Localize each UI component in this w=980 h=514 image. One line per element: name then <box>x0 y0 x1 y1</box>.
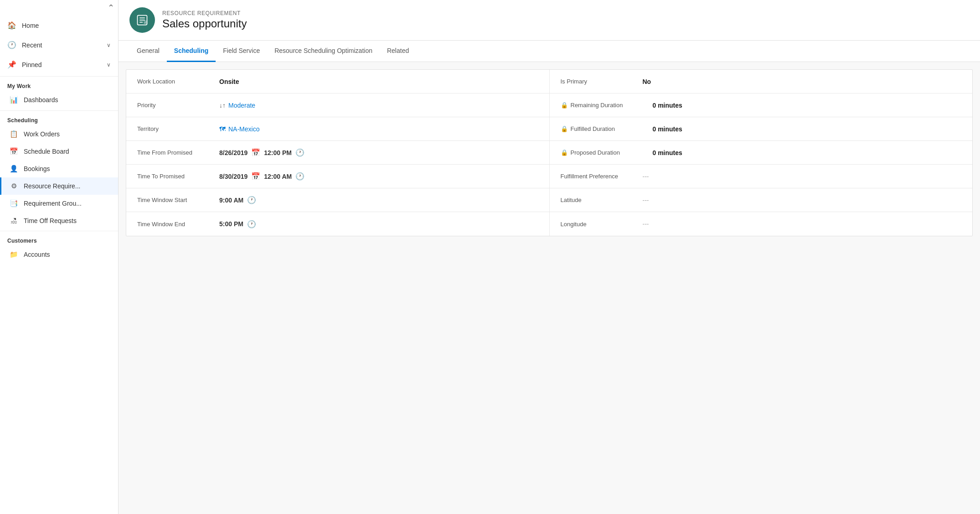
work-location-value: Onsite <box>219 78 239 85</box>
tab-resource-scheduling-optimization[interactable]: Resource Scheduling Optimization <box>267 41 380 62</box>
fulfillment-preference-label: Fulfillment Preference <box>561 173 643 180</box>
schedule-board-icon: 📅 <box>9 147 18 156</box>
time-window-end-time-group: 5:00 PM 🕐 <box>219 220 256 228</box>
recent-icon: 🕐 <box>7 41 16 49</box>
sidebar-item-work-orders-label: Work Orders <box>24 130 60 138</box>
customers-section-header: Customers <box>0 233 118 246</box>
territory-label: Territory <box>137 125 219 132</box>
pin-icon: 📌 <box>7 60 16 69</box>
tabs-bar: General Scheduling Field Service Resourc… <box>119 41 980 62</box>
calendar-icon[interactable]: 📅 <box>251 172 260 181</box>
sidebar-item-time-off-requests-label: Time Off Requests <box>24 217 77 224</box>
time-to-promised-label: Time To Promised <box>137 173 219 180</box>
header-subtitle: RESOURCE REQUIREMENT <box>162 10 247 16</box>
chevron-down-icon: ∨ <box>107 42 111 48</box>
time-window-end-time: 5:00 PM <box>219 220 243 228</box>
tab-scheduling[interactable]: Scheduling <box>167 41 216 62</box>
resource-requirements-icon: ⚙ <box>9 182 18 190</box>
territory-field: Territory 🗺 NA-Mexico <box>126 117 550 140</box>
time-to-promised-date: 8/30/2019 <box>219 173 248 180</box>
resource-requirement-icon-svg: ✓ <box>136 14 149 26</box>
is-primary-field: Is Primary No <box>550 70 973 93</box>
is-primary-label: Is Primary <box>561 78 643 85</box>
proposed-duration-label: Proposed Duration <box>571 149 653 156</box>
sidebar-item-time-off-requests[interactable]: 🏖 Time Off Requests <box>0 212 118 229</box>
sidebar-nav-pinned[interactable]: 📌 Pinned ∨ <box>0 55 118 74</box>
time-to-promised-time: 12:00 AM <box>264 173 292 180</box>
calendar-icon[interactable]: 📅 <box>251 148 260 157</box>
remaining-duration-label: Remaining Duration <box>571 102 653 109</box>
time-from-promised-field: Time From Promised 8/26/2019 📅 12:00 PM … <box>126 141 550 164</box>
latitude-label: Latitude <box>561 197 643 203</box>
sidebar-item-schedule-board-label: Schedule Board <box>24 148 69 155</box>
is-primary-value: No <box>643 78 651 85</box>
time-from-promised-time: 12:00 PM <box>264 149 292 156</box>
sidebar-item-schedule-board[interactable]: 📅 Schedule Board <box>0 143 118 160</box>
territory-value[interactable]: NA-Mexico <box>228 125 259 133</box>
time-window-start-field: Time Window Start 9:00 AM 🕐 <box>126 188 550 212</box>
table-row: Territory 🗺 NA-Mexico 🔒 Fulfilled Durati… <box>126 117 972 141</box>
form-content: Work Location Onsite Is Primary No Prior… <box>119 62 980 514</box>
requirement-groups-icon: 📑 <box>9 199 18 208</box>
form-section: Work Location Onsite Is Primary No Prior… <box>126 69 973 236</box>
sidebar-item-dashboards[interactable]: 📊 Dashboards <box>0 91 118 109</box>
remaining-duration-value: 0 minutes <box>653 102 682 109</box>
page-header: ✓ RESOURCE REQUIREMENT Sales opportunity <box>119 0 980 41</box>
map-icon: 🗺 <box>219 125 226 133</box>
sidebar-item-requirement-groups[interactable]: 📑 Requirement Grou... <box>0 195 118 212</box>
fulfillment-preference-value: --- <box>643 173 649 180</box>
sidebar-item-accounts-label: Accounts <box>24 251 50 258</box>
sidebar-nav-recent[interactable]: 🕐 Recent ∨ <box>0 35 118 55</box>
sidebar-item-bookings[interactable]: 👤 Bookings <box>0 160 118 177</box>
header-text: RESOURCE REQUIREMENT Sales opportunity <box>162 10 247 30</box>
sort-icon: ↓↑ <box>219 102 226 109</box>
longitude-label: Longitude <box>561 221 643 228</box>
accounts-icon: 📁 <box>9 250 18 259</box>
main-content: ✓ RESOURCE REQUIREMENT Sales opportunity… <box>119 0 980 514</box>
chevron-down-icon: ∨ <box>107 62 111 68</box>
priority-label: Priority <box>137 102 219 109</box>
tab-field-service[interactable]: Field Service <box>216 41 267 62</box>
tab-general[interactable]: General <box>129 41 167 62</box>
record-icon: ✓ <box>129 7 155 33</box>
time-window-start-label: Time Window Start <box>137 197 219 203</box>
sidebar-item-dashboards-label: Dashboards <box>24 96 58 104</box>
tab-related[interactable]: Related <box>380 41 416 62</box>
time-from-promised-datetime: 8/26/2019 📅 12:00 PM 🕐 <box>219 148 304 157</box>
sidebar-item-accounts[interactable]: 📁 Accounts <box>0 246 118 263</box>
page-title: Sales opportunity <box>162 17 247 30</box>
clock-icon[interactable]: 🕐 <box>295 172 304 181</box>
sidebar-item-bookings-label: Bookings <box>24 165 50 172</box>
time-window-end-field: Time Window End 5:00 PM 🕐 <box>126 212 550 236</box>
lock-icon: 🔒 <box>561 125 568 132</box>
my-work-section-header: My Work <box>0 78 118 91</box>
fulfilled-duration-label: Fulfilled Duration <box>571 125 653 132</box>
clock-icon[interactable]: 🕐 <box>247 220 256 228</box>
work-location-field: Work Location Onsite <box>126 70 550 93</box>
table-row: Time Window Start 9:00 AM 🕐 Latitude --- <box>126 188 972 212</box>
longitude-value: --- <box>643 220 649 228</box>
bookings-icon: 👤 <box>9 165 18 173</box>
sidebar-nav-pinned-label: Pinned <box>22 61 42 68</box>
scheduling-section-header: Scheduling <box>0 113 118 125</box>
time-from-promised-label: Time From Promised <box>137 149 219 156</box>
clock-icon[interactable]: 🕐 <box>247 196 256 204</box>
sidebar-nav-home[interactable]: 🏠 Home <box>0 16 118 35</box>
time-to-promised-field: Time To Promised 8/30/2019 📅 12:00 AM 🕐 <box>126 165 550 188</box>
sidebar: ⌃ 🏠 Home 🕐 Recent ∨ 📌 Pinned ∨ My Work 📊… <box>0 0 119 514</box>
priority-value[interactable]: Moderate <box>228 102 255 109</box>
sidebar-item-resource-requirements[interactable]: ⚙ Resource Require... <box>0 177 118 195</box>
latitude-value: --- <box>643 197 649 204</box>
svg-text:✓: ✓ <box>144 21 146 24</box>
latitude-field: Latitude --- <box>550 188 973 212</box>
time-to-promised-datetime: 8/30/2019 📅 12:00 AM 🕐 <box>219 172 304 181</box>
remaining-duration-field: 🔒 Remaining Duration 0 minutes <box>550 93 973 117</box>
work-location-label: Work Location <box>137 78 219 85</box>
sidebar-collapse-button[interactable]: ⌃ <box>108 3 114 13</box>
clock-icon[interactable]: 🕐 <box>295 148 304 157</box>
sidebar-item-work-orders[interactable]: 📋 Work Orders <box>0 125 118 143</box>
home-icon: 🏠 <box>7 21 16 30</box>
table-row: Time From Promised 8/26/2019 📅 12:00 PM … <box>126 141 972 165</box>
fulfilled-duration-field: 🔒 Fulfilled Duration 0 minutes <box>550 117 973 140</box>
sidebar-nav-home-label: Home <box>22 22 39 29</box>
